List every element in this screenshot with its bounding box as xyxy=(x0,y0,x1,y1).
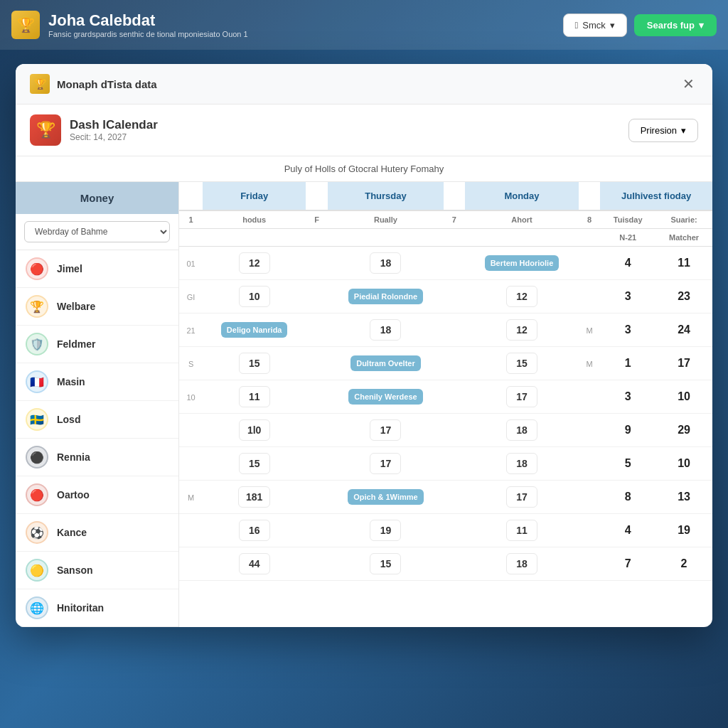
row-number xyxy=(179,414,203,447)
row-number: 10 xyxy=(179,380,203,414)
top-title-area: Joha Calebdat Fansic grardspardis senthi… xyxy=(48,11,555,38)
row-number xyxy=(179,447,203,481)
col-7-header xyxy=(444,182,465,210)
table-row: M181Opich & 1Wimme17813 xyxy=(179,481,712,514)
chevron-down-icon-select: ▾ xyxy=(681,125,686,136)
table-area: Friday Thursday Monday Julhivest fioday … xyxy=(179,182,712,627)
friday-cell: 15 xyxy=(203,347,306,380)
team-logo: 🇫🇷 xyxy=(26,370,48,393)
friday-cell: 10 xyxy=(203,280,306,314)
sidebar-team-row[interactable]: 🇫🇷 Masin xyxy=(16,363,178,401)
team-name: Jimel xyxy=(57,263,82,274)
julwest-header: Julhivest fioday xyxy=(600,182,712,210)
friday-cell: 11 xyxy=(203,380,306,414)
team-emoji: 🌐 xyxy=(30,601,44,615)
col-f-header xyxy=(306,182,328,210)
close-button[interactable]: ✕ xyxy=(678,74,698,94)
table-row: 011218Bertem Hdoriolie411 xyxy=(179,247,712,280)
sidebar-team-row[interactable]: 🌐 Hnitoritan xyxy=(16,589,178,627)
team-emoji: 🇫🇷 xyxy=(30,375,44,389)
filter-nums-row: N-21 Matcher xyxy=(179,229,712,247)
team-logo: ⚫ xyxy=(26,446,48,469)
sidebar-team-row[interactable]: 🇸🇪 Losd xyxy=(16,401,178,439)
row-number: 01 xyxy=(179,247,203,280)
tuisday-cell: 1 xyxy=(600,347,655,380)
sidebar-team-row[interactable]: 🟡 Sanson xyxy=(16,552,178,589)
team-logo: 🔴 xyxy=(26,483,48,506)
table-row: 21Deligo Nanrida1812M324 xyxy=(179,314,712,347)
team-emoji: ⚽ xyxy=(30,526,44,540)
apple-button[interactable]:  Smck ▾ xyxy=(563,14,627,37)
sidebar-team-row[interactable]: 🏆 Welbare xyxy=(16,288,178,326)
dash-subtitle: Secit: 14, 2027 xyxy=(70,132,628,142)
team-emoji: 🔴 xyxy=(30,488,44,502)
dashboard-header: 🏆 Dash lCalendar Secit: 14, 2027 Priresi… xyxy=(16,105,712,156)
monday-cell: 11 xyxy=(465,514,579,547)
sidebar-filter[interactable]: Webrday of Bahme xyxy=(16,214,178,250)
monday-cell: 12 xyxy=(465,280,579,314)
col-8-header xyxy=(579,182,600,210)
sidebar-team-row[interactable]: ⚫ Rennia xyxy=(16,439,178,476)
suarie-cell: 10 xyxy=(655,380,712,414)
suarie-cell: 11 xyxy=(655,247,712,280)
thursday-cell: Dultram Ovelter xyxy=(328,347,443,380)
search-button[interactable]: Seards fup ▾ xyxy=(634,14,717,36)
table-row: 1011Chenily Werdese17310 xyxy=(179,380,712,414)
team-name: Sanson xyxy=(57,564,93,576)
monday-cell: 17 xyxy=(465,380,579,414)
tuisday-cell: 4 xyxy=(600,247,655,280)
suarie-cell: 10 xyxy=(655,447,712,481)
table-row: GI10Piedial Rolondne12323 xyxy=(179,280,712,314)
friday-cell: 12 xyxy=(203,247,306,280)
team-emoji: 🇸🇪 xyxy=(30,413,44,427)
team-emoji: 🔴 xyxy=(30,262,44,276)
app-title: Joha Calebdat xyxy=(48,11,555,30)
team-logo: 🛡️ xyxy=(26,333,48,355)
priresion-select[interactable]: Priresion ▾ xyxy=(628,119,698,142)
team-logo: 🟡 xyxy=(26,559,48,582)
sub-header: Puly of Holls of Gtocral Hutery Fomahy xyxy=(16,156,712,182)
suarie-cell: 19 xyxy=(655,514,712,547)
table-body: 011218Bertem Hdoriolie411GI10Piedial Rol… xyxy=(179,247,712,581)
thursday-cell: 18 xyxy=(328,314,443,347)
main-modal: 🏆 Monaph dTista data ✕ 🏆 Dash lCalendar … xyxy=(16,64,712,627)
thursday-cell: 15 xyxy=(328,547,443,581)
thursday-cell: 17 xyxy=(328,447,443,481)
sidebar-team-row[interactable]: ⚽ Kance xyxy=(16,514,178,552)
table-row: 44151872 xyxy=(179,547,712,581)
team-name: Hnitoritan xyxy=(57,602,104,614)
team-name: Oartoo xyxy=(57,489,90,500)
team-name: Feldmer xyxy=(57,338,95,350)
monday-cell: 18 xyxy=(465,547,579,581)
filter-select[interactable]: Webrday of Bahme xyxy=(24,221,170,242)
row-number: S xyxy=(179,347,203,380)
thursday-header: Thursday xyxy=(328,182,443,210)
team-emoji: 🟡 xyxy=(30,564,44,577)
sidebar-team-row[interactable]: 🔴 Oartoo xyxy=(16,476,178,514)
tuisday-cell: 7 xyxy=(600,547,655,581)
tuisday-cell: 8 xyxy=(600,481,655,514)
dash-title-area: Dash lCalendar Secit: 14, 2027 xyxy=(70,118,628,142)
sidebar-team-row[interactable]: 🔴 Jimel xyxy=(16,250,178,288)
nav-right-buttons:  Smck ▾ Seards fup ▾ xyxy=(563,14,717,37)
sub-column-headers: 1 hodus F Rually 7 Ahort 8 Tuisday Suari… xyxy=(179,210,712,229)
team-name: Welbare xyxy=(57,301,95,312)
tuisday-cell: 9 xyxy=(600,414,655,447)
suarie-cell: 29 xyxy=(655,414,712,447)
sidebar-header: Money xyxy=(16,182,178,214)
tuisday-cell: 5 xyxy=(600,447,655,481)
monday-cell: 15 xyxy=(465,347,579,380)
sidebar-team-row[interactable]: 🛡️ Feldmer xyxy=(16,326,178,363)
row-number: M xyxy=(179,481,203,514)
team-logo: 🏆 xyxy=(26,295,48,318)
suarie-cell: 13 xyxy=(655,481,712,514)
col-num-header xyxy=(179,182,203,210)
monday-cell: 18 xyxy=(465,414,579,447)
team-name: Kance xyxy=(57,527,87,538)
table-row: 151718510 xyxy=(179,447,712,481)
team-emoji: 🏆 xyxy=(30,300,44,314)
friday-cell: 1l0 xyxy=(203,414,306,447)
modal-overlay: 🏆 Monaph dTista data ✕ 🏆 Dash lCalendar … xyxy=(0,50,728,641)
thursday-cell: 19 xyxy=(328,514,443,547)
table-row: 1l01718929 xyxy=(179,414,712,447)
